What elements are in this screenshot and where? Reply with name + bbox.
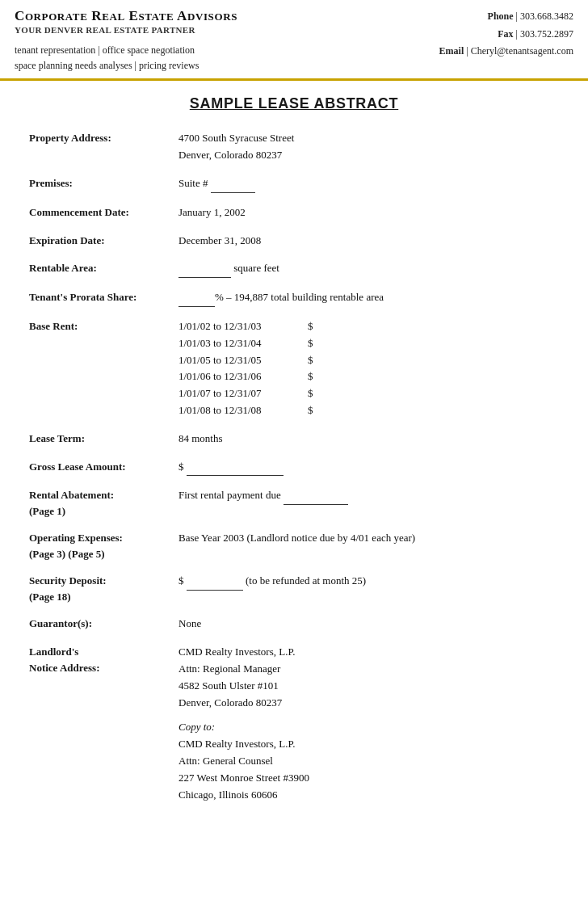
fax-number: 303.752.2897 [520, 28, 573, 40]
rent-dollar-2: $ [308, 335, 313, 352]
label-property-address: Property Address: [29, 130, 178, 146]
company-name: CORPORATE REAL ESTATE ADVISORS [15, 8, 439, 24]
rent-period-3: 1/01/05 to 12/31/05 [178, 352, 308, 369]
rent-row-1: 1/01/02 to 12/31/03 $ [178, 318, 559, 335]
rent-period-1: 1/01/02 to 12/31/03 [178, 318, 308, 335]
rent-dollar-1: $ [308, 318, 313, 335]
landlord-line3: 4582 South Ulster #101 [178, 678, 559, 695]
value-rentable-area: square feet [178, 260, 559, 278]
rent-row-3: 1/01/05 to 12/31/05 $ [178, 352, 559, 369]
label-base-rent: Base Rent: [29, 318, 178, 334]
label-operating-expenses-line2: (Page 3) (Page 5) [29, 546, 170, 562]
header-right: Phone | 303.668.3482 Fax | 303.752.2897 … [439, 8, 573, 61]
landlord-line4: Denver, Colorado 80237 [178, 695, 559, 712]
rent-dollar-3: $ [308, 352, 313, 369]
label-rental-abatement: Rental Abatement: (Page 1) [29, 487, 178, 519]
field-rentable-area: Rentable Area: square feet [29, 260, 559, 278]
landlord-line1: CMD Realty Investors, L.P. [178, 644, 559, 661]
label-operating-expenses: Operating Expenses: (Page 3) (Page 5) [29, 530, 178, 561]
value-commencement-date: January 1, 2002 [178, 204, 559, 221]
label-security-deposit-line2: (Page 18) [29, 589, 170, 605]
field-landlord-notice: Landlord's Notice Address: CMD Realty In… [29, 644, 559, 803]
rent-dollar-4: $ [308, 368, 313, 385]
value-lease-term: 84 months [178, 431, 559, 448]
value-rental-abatement: First rental payment due [178, 487, 559, 505]
field-prorata-share: Tenant's Prorata Share: % – 194,887 tota… [29, 289, 559, 307]
field-operating-expenses: Operating Expenses: (Page 3) (Page 5) Ba… [29, 530, 559, 561]
label-gross-lease-amount: Gross Lease Amount: [29, 459, 178, 475]
rent-period-6: 1/01/08 to 12/31/08 [178, 402, 308, 419]
landlord-copy-line4: Chicago, Illinois 60606 [178, 787, 559, 804]
fax-line: Fax | 303.752.2897 [439, 26, 573, 44]
rent-period-4: 1/01/06 to 12/31/06 [178, 368, 308, 385]
header-left: CORPORATE REAL ESTATE ADVISORS Your Denv… [15, 8, 439, 74]
header: CORPORATE REAL ESTATE ADVISORS Your Denv… [0, 0, 588, 81]
label-security-deposit-line1: Security Deposit: [29, 573, 170, 589]
label-rental-abatement-line2: (Page 1) [29, 503, 170, 519]
field-lease-term: Lease Term: 84 months [29, 431, 559, 448]
document-title: SAMPLE LEASE ABSTRACT [29, 95, 559, 112]
value-operating-expenses: Base Year 2003 (Landlord notice due by 4… [178, 530, 559, 547]
header-services: tenant representation | office space neg… [15, 43, 439, 74]
email-address: Cheryl@tenantsagent.com [471, 45, 573, 57]
field-guarantors: Guarantor(s): None [29, 616, 559, 633]
services-line1: tenant representation | office space neg… [15, 43, 439, 58]
rent-row-5: 1/01/07 to 12/31/07 $ [178, 385, 559, 402]
value-base-rent: 1/01/02 to 12/31/03 $ 1/01/03 to 12/31/0… [178, 318, 559, 419]
rent-period-5: 1/01/07 to 12/31/07 [178, 385, 308, 402]
rent-row-2: 1/01/03 to 12/31/04 $ [178, 335, 559, 352]
field-base-rent: Base Rent: 1/01/02 to 12/31/03 $ 1/01/03… [29, 318, 559, 419]
label-security-deposit: Security Deposit: (Page 18) [29, 573, 178, 604]
phone-number: 303.668.3482 [520, 11, 573, 22]
rent-dollar-5: $ [308, 385, 313, 402]
field-expiration-date: Expiration Date: December 31, 2008 [29, 233, 559, 250]
page: CORPORATE REAL ESTATE ADVISORS Your Denv… [0, 0, 588, 900]
rent-row-6: 1/01/08 to 12/31/08 $ [178, 402, 559, 419]
value-gross-lease-amount: $ [178, 459, 559, 477]
value-security-deposit: $ (to be refunded at month 25) [178, 573, 559, 591]
value-landlord-notice: CMD Realty Investors, L.P. Attn: Regiona… [178, 644, 559, 803]
landlord-copy-line1: CMD Realty Investors, L.P. [178, 736, 559, 753]
value-premises: Suite # [178, 175, 559, 193]
phone-line: Phone | 303.668.3482 [439, 8, 573, 26]
label-expiration-date: Expiration Date: [29, 233, 178, 249]
label-operating-expenses-line1: Operating Expenses: [29, 530, 170, 546]
main-content: SAMPLE LEASE ABSTRACT Property Address: … [0, 81, 588, 829]
landlord-copy-line3: 227 West Monroe Street #3900 [178, 770, 559, 787]
services-line2: space planning needs analyses | pricing … [15, 58, 439, 74]
label-landlord-line1: Landlord's [29, 644, 170, 660]
value-prorata-share: % – 194,887 total building rentable area [178, 289, 559, 307]
rent-dollar-6: $ [308, 402, 313, 419]
address-line2: Denver, Colorado 80237 [178, 147, 559, 164]
field-security-deposit: Security Deposit: (Page 18) $ (to be ref… [29, 573, 559, 604]
landlord-spacer [178, 711, 559, 719]
label-commencement-date: Commencement Date: [29, 204, 178, 221]
field-rental-abatement: Rental Abatement: (Page 1) First rental … [29, 487, 559, 519]
email-label: Email [439, 45, 464, 57]
label-landlord-notice: Landlord's Notice Address: [29, 644, 178, 675]
label-premises: Premises: [29, 175, 178, 191]
field-property-address: Property Address: 4700 South Syracuse St… [29, 130, 559, 164]
fax-label: Fax [498, 28, 513, 40]
phone-label: Phone [488, 11, 514, 22]
value-expiration-date: December 31, 2008 [178, 233, 559, 250]
field-gross-lease-amount: Gross Lease Amount: $ [29, 459, 559, 477]
company-name-text: CORPORATE REAL ESTATE ADVISORS [15, 8, 237, 23]
label-prorata-share: Tenant's Prorata Share: [29, 289, 178, 305]
label-landlord-line2: Notice Address: [29, 660, 170, 676]
rent-row-4: 1/01/06 to 12/31/06 $ [178, 368, 559, 385]
label-rental-abatement-line1: Rental Abatement: [29, 487, 170, 503]
rent-period-2: 1/01/03 to 12/31/04 [178, 335, 308, 352]
landlord-copy-line2: Attn: General Counsel [178, 753, 559, 770]
landlord-copy-to: Copy to: [178, 719, 559, 736]
label-guarantors: Guarantor(s): [29, 616, 178, 632]
value-guarantors: None [178, 616, 559, 633]
email-line: Email | Cheryl@tenantsagent.com [439, 43, 573, 61]
label-lease-term: Lease Term: [29, 431, 178, 447]
label-rentable-area: Rentable Area: [29, 260, 178, 276]
field-commencement-date: Commencement Date: January 1, 2002 [29, 204, 559, 221]
field-premises: Premises: Suite # [29, 175, 559, 193]
landlord-line2: Attn: Regional Manager [178, 661, 559, 678]
address-line1: 4700 South Syracuse Street [178, 130, 559, 147]
value-property-address: 4700 South Syracuse Street Denver, Color… [178, 130, 559, 164]
